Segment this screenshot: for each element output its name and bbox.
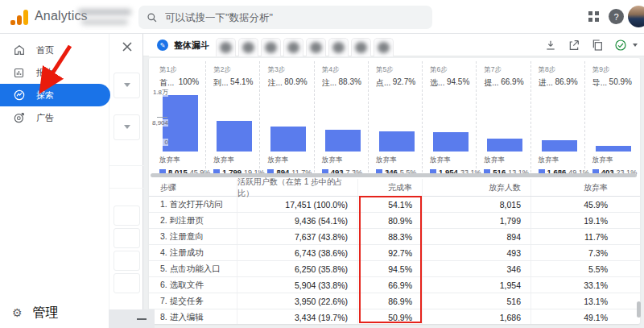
saved-check-icon[interactable] (614, 39, 627, 52)
close-icon[interactable] (121, 40, 134, 53)
export-icon[interactable] (568, 39, 580, 52)
cell-abandonments: 8,015 (423, 197, 531, 212)
abandon-label: 放弃率 (430, 156, 476, 165)
ads-icon (12, 111, 26, 125)
sidebar-item-home[interactable]: 首页 (0, 39, 109, 61)
col-header-abandonments[interactable]: 放弃人数 (423, 179, 531, 196)
panel-field[interactable] (114, 251, 140, 271)
search-icon (147, 12, 158, 23)
saved-menu-caret-icon[interactable] (633, 44, 638, 47)
cell-abandonment-rate: 5.5% (531, 261, 640, 276)
funnel-step-column: 第5步 点... 92.7% 放弃率 346 (368, 61, 422, 176)
panel-field[interactable] (114, 206, 140, 226)
step-number: 第2步 (206, 61, 259, 75)
step-plot (260, 93, 313, 152)
cell-abandonment-rate: 7.3% (531, 245, 640, 260)
step-number: 第9步 (585, 61, 638, 75)
step-number: 第6步 (423, 61, 476, 75)
step-completion-pct: 100% (179, 77, 200, 89)
table-header-row: 步骤 活跃用户数（在第 1 步中的占比） 完成率 放弃人数 放弃率 (149, 179, 640, 197)
tab-overall-funnel[interactable]: ✎ 整体漏斗 (149, 34, 217, 56)
abandon-label: 放弃率 (484, 156, 530, 165)
table-row: 7. 提交任务 3,950 (22.6%) 86.9% 516 13.1% (149, 293, 640, 309)
blurred-tab[interactable] (374, 38, 394, 56)
panel-field[interactable] (114, 273, 140, 293)
funnel-bar[interactable] (542, 140, 577, 152)
col-header-active-users[interactable]: 活跃用户数（在第 1 步中的占比） (237, 179, 358, 196)
cell-active-users: 6,743 (38.6%) (237, 245, 358, 260)
abandon-label: 放弃率 (322, 156, 368, 165)
horizontal-scrollbar[interactable] (151, 173, 637, 177)
blurred-tab[interactable] (216, 38, 236, 56)
step-completion-pct: 66.9% (501, 77, 523, 89)
gear-icon: ⚙ (12, 307, 23, 318)
blurred-tab[interactable] (261, 38, 281, 56)
blurred-tab[interactable] (306, 38, 326, 56)
sidebar-item-label: 管理 (33, 305, 59, 322)
blurred-tab-label (220, 42, 232, 53)
sidebar-item-ads[interactable]: 广告 (0, 106, 109, 129)
funnel-chart: 第1步 首... 100% 放弃率 8,015 (152, 61, 638, 176)
vertical-scrollbar[interactable] (637, 301, 641, 318)
funnel-step-column: 第4步 注... 88.3% 放弃率 493 (314, 61, 368, 176)
help-icon[interactable]: ? (609, 9, 624, 24)
funnel-bar[interactable] (325, 130, 361, 152)
cell-abandonments: 1,954 (423, 277, 531, 293)
col-header-abandonment-rate[interactable]: 放弃率 (531, 179, 640, 196)
global-search[interactable] (138, 6, 432, 29)
blurred-tabs (216, 34, 394, 56)
step-plot (369, 93, 422, 152)
col-header-completion-rate[interactable]: 完成率 (358, 179, 423, 196)
minimize-icon (137, 318, 147, 320)
funnel-bar[interactable] (596, 146, 631, 152)
step-plot (315, 93, 368, 152)
blurred-tab[interactable] (238, 38, 258, 56)
cell-step: 8. 进入编辑 (149, 309, 237, 324)
cell-active-users: 7,637 (43.8%) (237, 229, 358, 244)
funnel-step-column: 第8步 进... 86.9% 放弃率 1,686 (530, 61, 584, 176)
funnel-bar[interactable] (379, 131, 415, 152)
blurred-tab[interactable] (351, 38, 371, 56)
sidebar-item-reports[interactable]: 报告 (0, 61, 109, 84)
cell-abandonments: 346 (423, 261, 531, 276)
panel-minimize-button[interactable] (108, 309, 155, 328)
abandon-label: 放弃率 (376, 156, 422, 165)
col-header-step[interactable]: 步骤 (149, 179, 237, 196)
sidebar-item-explore[interactable]: 探索 (0, 84, 110, 106)
cell-step: 2. 到注册页 (149, 213, 237, 228)
funnel-bar[interactable] (217, 121, 252, 152)
search-input[interactable] (165, 12, 424, 23)
step-number: 第3步 (260, 61, 313, 75)
cell-completion-rate: 66.9% (358, 277, 423, 293)
step-number: 第4步 (315, 61, 368, 75)
cell-completion-rate: 94.5% (358, 261, 423, 276)
explore-icon (12, 89, 26, 102)
panel-field[interactable] (114, 228, 140, 248)
cell-completion-rate: 54.1% (358, 197, 423, 212)
sidebar-item-label: 首页 (36, 44, 54, 56)
step-plot (585, 93, 638, 152)
funnel-bar[interactable] (433, 132, 469, 152)
copy-icon[interactable] (591, 39, 604, 52)
reports-icon (12, 66, 26, 80)
step-number: 第5步 (369, 61, 422, 75)
cell-abandonments: 1,686 (423, 309, 531, 324)
cell-step: 3. 注册意向 (149, 229, 237, 244)
home-icon (12, 44, 26, 57)
property-name-redacted (81, 19, 128, 25)
cell-abandonment-rate: 45.9% (531, 197, 640, 212)
top-header: Analytics ? (0, 0, 644, 34)
google-apps-grid-icon[interactable] (588, 11, 599, 22)
blurred-tab[interactable] (283, 38, 303, 56)
cell-abandonments: 894 (423, 229, 531, 244)
blurred-tab[interactable] (328, 38, 349, 56)
cell-abandonments: 516 (423, 293, 531, 309)
funnel-bar[interactable] (487, 139, 522, 152)
avatar[interactable] (628, 6, 644, 27)
funnel-bar[interactable] (270, 127, 306, 152)
download-icon[interactable] (544, 39, 557, 52)
left-nav: 首页 报告 探索 广告 ⚙ 管理 (0, 34, 109, 328)
funnel-step-column: 第3步 注... 80.9% 放弃率 894 (259, 61, 313, 176)
cell-abandonment-rate: 33.1% (531, 277, 640, 293)
sidebar-item-admin[interactable]: ⚙ 管理 (0, 301, 109, 324)
